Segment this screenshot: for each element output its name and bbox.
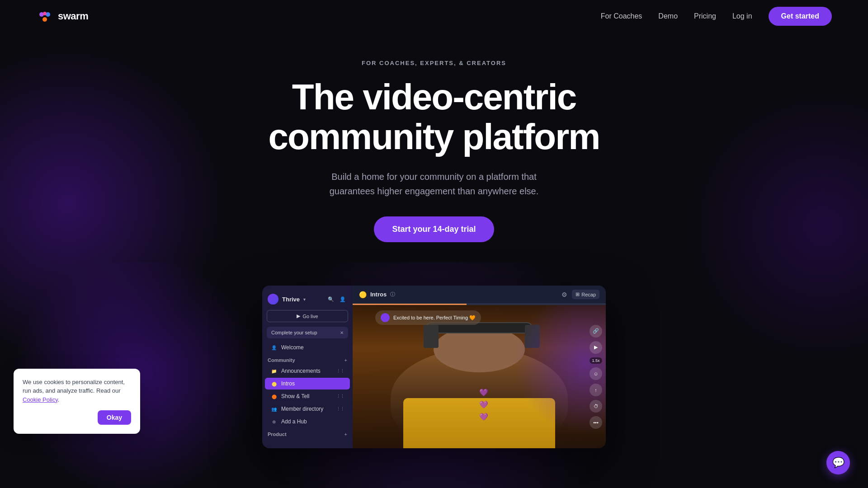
channel-icon: 🟡: [359, 291, 367, 298]
community-dropdown-icon: ▾: [303, 297, 306, 302]
go-live-button[interactable]: ▶ Go live: [267, 310, 348, 322]
app-sidebar: Thrive ▾ 🔍 👤 ▶ Go live Complete your set…: [262, 286, 353, 448]
app-topbar: 🟡 Intros ⓘ ⚙ ⊞ Recap: [353, 286, 606, 304]
recap-label: Recap: [581, 292, 596, 297]
add-hub-label: Add a Hub: [281, 418, 344, 425]
sidebar-header: Thrive ▾ 🔍 👤: [262, 291, 353, 310]
sidebar-section-product: Product +: [262, 428, 353, 439]
chat-widget-button[interactable]: 💬: [826, 451, 850, 474]
nav-for-coaches[interactable]: For Coaches: [601, 12, 642, 20]
sidebar-item-add-hub[interactable]: ⊕ Add a Hub: [265, 416, 350, 427]
show-tell-icon: ⬤: [270, 393, 278, 400]
svg-point-0: [36, 8, 53, 25]
trial-button[interactable]: Start your 14-day trial: [374, 216, 494, 242]
comment-text: Excited to be here. Perfect Timing 🧡: [393, 315, 476, 321]
cookie-banner: We use cookies to personalize content, r…: [14, 369, 140, 434]
sidebar-item-intros[interactable]: ⬤ Intros: [265, 378, 350, 389]
more-control-btn[interactable]: •••: [590, 416, 602, 429]
settings-icon[interactable]: ⚙: [561, 291, 567, 298]
cookie-message: We use cookies to personalize content, r…: [23, 379, 125, 394]
heart-3: 💜: [479, 413, 488, 421]
chat-widget-icon: 💬: [832, 457, 844, 469]
play-control-btn[interactable]: ▶: [590, 341, 602, 354]
timer-control-btn[interactable]: ⏱: [590, 400, 602, 413]
video-area[interactable]: Excited to be here. Perfect Timing 🧡 🔗 ▶…: [353, 304, 606, 448]
speed-badge[interactable]: 1.5x: [590, 357, 602, 364]
hero-title-line2: community platform: [269, 117, 600, 157]
video-side-controls: 🔗 ▶ 1.5x ☺ ↑ ⏱ •••: [590, 325, 602, 429]
show-tell-menu-icon: ⋮⋮: [336, 394, 344, 399]
hero-subtitle: Build a home for your community on a pla…: [0, 169, 868, 198]
welcome-icon: 👤: [270, 344, 278, 351]
video-comment: Excited to be here. Perfect Timing 🧡: [375, 310, 481, 325]
sidebar-community: Thrive ▾: [268, 294, 306, 305]
cookie-text: We use cookies to personalize content, r…: [23, 378, 131, 404]
hero-title-line1: The video-centric: [292, 77, 576, 117]
logo-text: swarm: [58, 10, 88, 22]
hero-title: The video-centric community platform: [0, 77, 868, 157]
app-preview: Thrive ▾ 🔍 👤 ▶ Go live Complete your set…: [262, 286, 606, 448]
video-content: Excited to be here. Perfect Timing 🧡 🔗 ▶…: [353, 305, 606, 448]
svg-point-4: [43, 12, 47, 15]
floating-hearts: 💜 💜 💜: [479, 388, 488, 421]
product-section-label: Product: [268, 432, 287, 437]
logo-link[interactable]: swarm: [36, 8, 88, 25]
nav-demo[interactable]: Demo: [658, 12, 678, 20]
community-name: Thrive: [282, 296, 300, 303]
cookie-policy-link[interactable]: Cookie Policy: [23, 396, 58, 403]
community-section-label: Community: [268, 357, 295, 363]
sidebar-header-icons: 🔍 👤: [326, 295, 347, 304]
sidebar-item-member-directory[interactable]: 👥 Member directory ⋮⋮: [265, 403, 350, 415]
member-directory-label: Member directory: [281, 406, 333, 412]
recap-icon: ⊞: [576, 291, 580, 297]
cookie-buttons: Okay: [23, 410, 131, 425]
app-main-content: 🟡 Intros ⓘ ⚙ ⊞ Recap: [353, 286, 606, 448]
sidebar-item-show-tell[interactable]: ⬤ Show & Tell ⋮⋮: [265, 390, 350, 402]
community-avatar: [268, 294, 278, 305]
nav-links: For Coaches Demo Pricing Log in Get star…: [601, 7, 832, 26]
community-section-icon: +: [344, 357, 347, 363]
announcements-icon: 📁: [270, 367, 278, 375]
intros-icon: ⬤: [270, 380, 278, 387]
sidebar-section-community: Community +: [262, 354, 353, 365]
heart-2: 💜: [479, 400, 488, 409]
get-started-button[interactable]: Get started: [769, 7, 832, 26]
go-live-icon: ▶: [297, 313, 300, 319]
cookie-okay-button[interactable]: Okay: [98, 410, 131, 425]
video-person: [353, 305, 606, 448]
announcements-menu-icon: ⋮⋮: [336, 369, 344, 373]
member-directory-menu-icon: ⋮⋮: [336, 407, 344, 411]
setup-text: Complete your setup: [271, 330, 317, 335]
share-control-btn[interactable]: ↑: [590, 384, 602, 396]
welcome-label: Welcome: [281, 344, 344, 351]
nav-pricing[interactable]: Pricing: [694, 12, 716, 20]
topbar-right: ⚙ ⊞ Recap: [561, 290, 599, 299]
add-hub-icon: ⊕: [270, 418, 278, 425]
sidebar-item-announcements[interactable]: 📁 Announcements ⋮⋮: [265, 365, 350, 377]
setup-close-icon[interactable]: ✕: [340, 330, 344, 335]
link-control-btn[interactable]: 🔗: [590, 325, 602, 338]
heart-1: 💜: [479, 388, 488, 397]
nav-login[interactable]: Log in: [732, 12, 752, 20]
sidebar-item-welcome[interactable]: 👤 Welcome: [265, 342, 350, 353]
emoji-control-btn[interactable]: ☺: [590, 367, 602, 380]
navbar: swarm For Coaches Demo Pricing Log in Ge…: [0, 0, 868, 33]
product-section-icon: +: [344, 432, 347, 437]
recap-button[interactable]: ⊞ Recap: [572, 290, 599, 299]
intros-label: Intros: [281, 380, 344, 387]
topbar-channel-name: Intros: [370, 291, 387, 298]
search-icon[interactable]: 🔍: [326, 295, 335, 304]
topbar-info-icon: ⓘ: [390, 291, 395, 298]
show-tell-label: Show & Tell: [281, 393, 333, 399]
comment-avatar: [381, 313, 390, 322]
go-live-label: Go live: [302, 314, 318, 319]
hero-eyebrow: FOR COACHES, EXPERTS, & CREATORS: [0, 60, 868, 66]
setup-item[interactable]: Complete your setup ✕: [267, 327, 348, 338]
person-icon[interactable]: 👤: [338, 295, 347, 304]
member-directory-icon: 👥: [270, 405, 278, 413]
announcements-label: Announcements: [281, 368, 333, 374]
topbar-left: 🟡 Intros ⓘ: [359, 291, 395, 298]
hero-section: FOR COACHES, EXPERTS, & CREATORS The vid…: [0, 33, 868, 242]
logo-icon: [36, 8, 53, 25]
svg-point-3: [42, 17, 47, 22]
